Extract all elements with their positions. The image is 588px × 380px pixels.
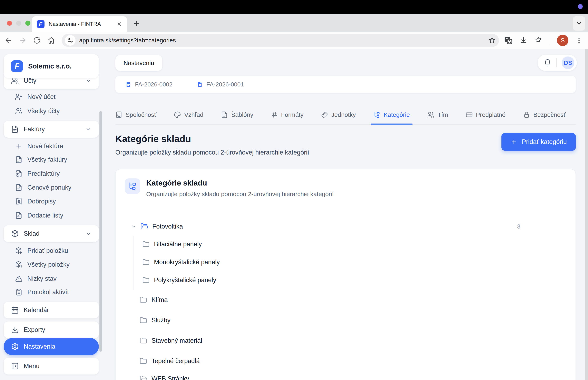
- breadcrumb: Nastavenia: [115, 55, 162, 71]
- tab-vzhlad[interactable]: Vzhľad: [174, 105, 203, 124]
- building-icon: [115, 111, 122, 118]
- categories-card: Kategórie skladu Organizujte položky skl…: [115, 169, 576, 380]
- plus-icon: [510, 138, 517, 145]
- package-icon: [11, 230, 19, 237]
- sidebar-item-protokol-aktivit[interactable]: Protokol aktivít: [4, 285, 93, 299]
- folder-icon: [140, 317, 147, 324]
- address-bar[interactable]: app.fintra.sk/settings?tab=categories: [62, 34, 499, 47]
- tree-row-web-stranky[interactable]: WEB Stránky: [116, 372, 576, 380]
- site-settings-icon[interactable]: [65, 35, 76, 46]
- sidebar-item-nastavenia-active[interactable]: Nastavenia: [4, 338, 99, 355]
- folder-icon: [143, 277, 149, 284]
- tab-sablony[interactable]: Šablóny: [221, 105, 253, 124]
- users-icon: [15, 107, 22, 115]
- sidebar-section-sklad[interactable]: Sklad: [4, 225, 99, 242]
- folder-icon: [143, 241, 149, 248]
- tab-close-icon[interactable]: [116, 21, 122, 27]
- tab-tim[interactable]: Tím: [427, 105, 448, 124]
- tree-row-monokrystalicke-panely[interactable]: Monokryštalické panely: [116, 255, 576, 269]
- back-button[interactable]: [2, 35, 14, 46]
- tree-row-sluzby[interactable]: Služby: [116, 313, 576, 327]
- experiments-star-icon[interactable]: [534, 36, 543, 44]
- new-tab-button[interactable]: [133, 19, 141, 27]
- ruler-icon: [321, 111, 328, 118]
- sidebar-item-dodacie-listy[interactable]: Dodacie listy: [4, 209, 93, 222]
- translate-icon[interactable]: [504, 36, 512, 44]
- sidebar-scrollbar[interactable]: [99, 111, 102, 352]
- screen: F Nastavenia - FINTRA: [0, 0, 588, 380]
- folder-icon: [143, 259, 149, 266]
- window-minimize-button[interactable]: [16, 20, 21, 26]
- reload-button[interactable]: [31, 35, 43, 46]
- tab-title: Nastavenia - FINTRA: [49, 21, 112, 27]
- invoice-file-icon: [197, 81, 203, 87]
- receipt-dollar-icon: [15, 198, 22, 205]
- sidebar-item-vsetky-faktury[interactable]: Všetky faktúry: [4, 153, 93, 166]
- tab-predplatne[interactable]: Predplatné: [466, 105, 505, 124]
- folder-icon: [140, 337, 147, 344]
- tab-search-button[interactable]: [573, 16, 585, 31]
- package-search-icon: [15, 261, 22, 268]
- user-avatar[interactable]: DS: [562, 57, 574, 69]
- downloads-icon[interactable]: [519, 36, 527, 44]
- forward-button[interactable]: [17, 35, 29, 46]
- sidebar-item-exporty[interactable]: Exporty: [4, 322, 99, 338]
- system-menubar: [0, 0, 588, 14]
- tab-jednotky[interactable]: Jednotky: [321, 105, 356, 124]
- sidebar-item-pridat-polozku[interactable]: Pridať položku: [4, 244, 93, 257]
- tree-row-stavebny-material[interactable]: Stavebný materiál: [116, 334, 576, 348]
- tab-formaty[interactable]: Formáty: [271, 105, 304, 124]
- tree-row-tepelne-cerpadla[interactable]: Tepelné čerpadlá: [116, 354, 576, 368]
- chevron-down-icon[interactable]: [131, 224, 136, 229]
- chevron-down-icon: [85, 126, 91, 132]
- section-label: Menu: [24, 362, 91, 370]
- window-zoom-button[interactable]: [25, 20, 30, 26]
- clipboard-list-icon: [15, 288, 22, 296]
- section-label: Kalendár: [24, 306, 91, 314]
- browser-chrome: F Nastavenia - FINTRA: [0, 14, 588, 49]
- sidebar-section-faktury[interactable]: Faktúry: [4, 121, 99, 138]
- folder-icon: [140, 296, 147, 304]
- window-close-button[interactable]: [7, 20, 12, 26]
- sidebar-item-vsetky-ucty[interactable]: Všetky účty: [4, 105, 93, 118]
- header-actions: DS: [538, 55, 577, 71]
- sidebar-item-predfaktury[interactable]: Predfaktúry: [4, 167, 93, 180]
- company-card[interactable]: F Solemic s.r.o.: [4, 54, 99, 78]
- folder-open-icon: [141, 223, 148, 230]
- toolbar-divider: [550, 36, 550, 45]
- sidebar-item-cenove-ponuky[interactable]: Cenové ponuky: [4, 181, 93, 194]
- bell-icon[interactable]: [544, 59, 551, 67]
- url-text[interactable]: app.fintra.sk/settings?tab=categories: [79, 37, 485, 44]
- plus-icon: [15, 143, 22, 150]
- sidebar-item-kalendar[interactable]: Kalendár: [4, 302, 99, 318]
- tree-row-bifacialne-panely[interactable]: Bifaciálne panely: [116, 237, 576, 251]
- sidebar-item-vsetky-polozky[interactable]: Všetky položky: [4, 258, 93, 271]
- tree-row-polykrystalicke-panely[interactable]: Polykryštalické panely: [116, 273, 576, 287]
- hash-icon: [271, 111, 278, 118]
- browser-profile-avatar[interactable]: S: [557, 35, 568, 46]
- tab-kategorie[interactable]: Kategórie: [373, 105, 410, 124]
- add-category-button[interactable]: Pridať kategóriu: [502, 133, 576, 151]
- file-text-icon: [11, 125, 19, 133]
- camera-indicator-dot: [578, 4, 583, 9]
- sidebar-item-nizky-stav[interactable]: Nízky stav: [4, 272, 93, 285]
- page-scrollbar[interactable]: [585, 49, 588, 380]
- tree-row-fotovoltika[interactable]: Fotovoltika 3: [116, 219, 576, 234]
- sidebar-item-dobropisy[interactable]: Dobropisy: [4, 195, 93, 208]
- sidebar-item-nova-faktura[interactable]: Nová faktúra: [4, 140, 93, 153]
- browser-tab[interactable]: F Nastavenia - FINTRA: [32, 16, 127, 32]
- sidebar-item-menu[interactable]: Menu: [4, 358, 99, 375]
- card-title: Kategórie skladu: [146, 179, 207, 187]
- invoice-tab[interactable]: FA-2026-0001: [197, 81, 244, 88]
- download-icon: [11, 326, 19, 334]
- tab-bezpecnost[interactable]: Bezpečnosť: [523, 105, 566, 124]
- home-button[interactable]: [45, 35, 57, 46]
- tree-row-klima[interactable]: Klíma: [116, 293, 576, 307]
- tab-spolocnost[interactable]: Spoločnosť: [115, 105, 156, 124]
- bookmark-star-icon[interactable]: [488, 37, 496, 44]
- invoice-tab[interactable]: FA-2026-0002: [126, 81, 172, 88]
- sidebar-item-novy-ucet[interactable]: Nový účet: [4, 90, 93, 103]
- file-text-icon: [221, 111, 228, 118]
- browser-menu-icon[interactable]: [575, 37, 583, 44]
- section-label: Nastavenia: [24, 343, 91, 350]
